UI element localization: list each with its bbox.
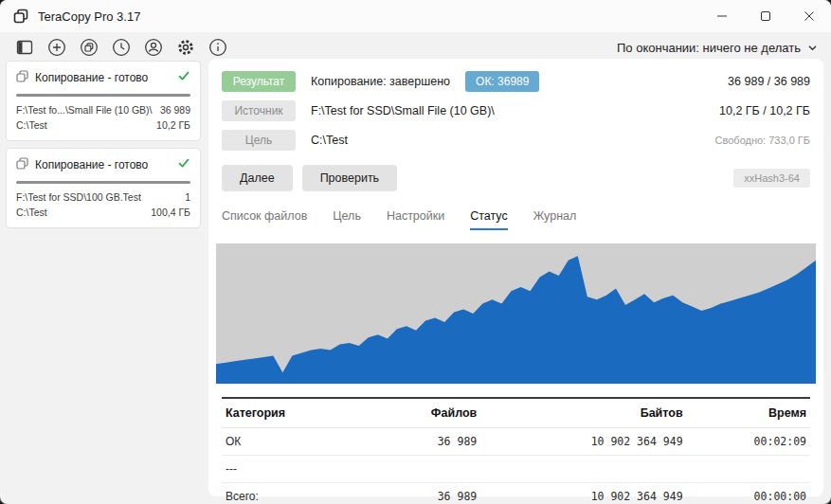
info-button[interactable] <box>205 34 231 61</box>
cell-files: 36 989 <box>357 428 480 456</box>
copy-icon <box>16 156 28 173</box>
cell-files <box>357 456 480 483</box>
col-category: Категория <box>222 398 357 428</box>
app-logo-icon <box>13 9 28 24</box>
settings-button[interactable] <box>172 34 199 61</box>
check-icon <box>177 69 190 86</box>
col-time: Время <box>687 398 810 428</box>
close-button[interactable] <box>787 0 831 32</box>
maximize-button[interactable] <box>744 0 787 32</box>
cell-time: 00:02:09 <box>687 428 810 456</box>
stats-header-row: Категория Файлов Байтов Время <box>222 398 810 428</box>
history-button[interactable] <box>108 34 135 61</box>
cell-category: --- <box>222 456 357 483</box>
cell-category: Всего: <box>222 483 357 504</box>
col-bytes: Байтов <box>480 398 686 428</box>
cell-bytes <box>480 456 686 483</box>
copy-action-button[interactable] <box>76 34 102 61</box>
tab-bar: Список файлов Цель Настройки Статус Журн… <box>222 209 810 230</box>
task-list: Копирование - готово F:\Test fo...\Small… <box>6 61 201 235</box>
chevron-down-icon <box>807 43 818 53</box>
main-panel: Результат Копирование: завершено ОК: 369… <box>208 59 823 496</box>
task-card-1[interactable]: Копирование - готово F:\Test fo...\Small… <box>6 61 201 141</box>
task-target-path: C:\Test <box>16 117 151 133</box>
history-icon <box>111 37 132 58</box>
task-size: 10,2 ГБ <box>156 117 190 133</box>
finish-action-label: По окончании: ничего не делать <box>617 41 801 55</box>
verify-button[interactable]: Проверить <box>302 165 398 191</box>
title-bar: TeraCopy Pro 3.17 <box>0 0 831 32</box>
window-title: TeraCopy Pro 3.17 <box>38 9 700 24</box>
free-space-text: Свободно: 733,0 ГБ <box>715 135 810 146</box>
tab-status[interactable]: Статус <box>470 209 508 230</box>
task-file-count: 36 989 <box>160 102 190 117</box>
bytes-ratio: 10,2 ГБ / 10,2 ГБ <box>719 104 810 117</box>
maximize-icon <box>760 10 771 22</box>
add-icon <box>46 37 67 58</box>
task-title: Копирование - готово <box>35 71 171 84</box>
add-task-button[interactable] <box>44 34 70 61</box>
tab-file-list[interactable]: Список файлов <box>222 209 307 230</box>
task-source-path: F:\Test for SSD\100 GB.Test <box>16 189 179 205</box>
tab-settings[interactable]: Настройки <box>387 209 444 230</box>
info-icon <box>208 37 228 58</box>
target-path: C:\Test <box>311 134 348 147</box>
task-source-path: F:\Test fo...\Small File (10 GB)\ <box>16 102 154 117</box>
copy-icon <box>79 37 99 58</box>
task-file-count: 1 <box>185 189 190 205</box>
cell-bytes: 10 902 364 949 <box>480 483 686 504</box>
minimize-button[interactable] <box>700 0 744 32</box>
cell-files: 36 989 <box>357 483 480 504</box>
cell-category: ОК <box>222 428 357 456</box>
target-chip[interactable]: Цель <box>222 130 296 151</box>
source-path: F:\Test for SSD\Small File (10 GB)\ <box>311 104 495 117</box>
source-chip[interactable]: Источник <box>222 100 296 121</box>
finish-action-dropdown[interactable]: По окончании: ничего не делать <box>617 41 818 55</box>
task-progressbar <box>16 94 190 97</box>
task-card-2[interactable]: Копирование - готово F:\Test for SSD\100… <box>6 148 201 228</box>
task-target-path: C:\Test <box>16 205 145 220</box>
user-icon <box>143 37 164 58</box>
task-size: 100,4 ГБ <box>151 205 190 220</box>
table-row: Всего: 36 989 10 902 364 949 00:00:00 <box>222 483 810 504</box>
tab-log[interactable]: Журнал <box>533 209 577 230</box>
task-title: Копирование - готово <box>35 158 171 171</box>
ok-count-badge[interactable]: ОК: 36989 <box>465 71 539 92</box>
copy-icon <box>16 69 28 86</box>
hash-algorithm-badge[interactable]: xxHash3-64 <box>733 169 810 188</box>
check-icon <box>177 156 190 173</box>
result-chip[interactable]: Результат <box>222 71 296 92</box>
panel-toggle-button[interactable] <box>11 34 38 61</box>
gear-icon <box>175 37 196 58</box>
tab-target[interactable]: Цель <box>333 209 361 230</box>
panel-toggle-icon <box>14 37 35 58</box>
cell-time <box>687 456 810 483</box>
cell-time: 00:00:00 <box>687 483 810 504</box>
close-icon <box>804 10 815 22</box>
next-button[interactable]: Далее <box>222 165 293 191</box>
result-status-text: Копирование: завершено <box>311 75 450 88</box>
table-row: ОК 36 989 10 902 364 949 00:02:09 <box>222 428 810 456</box>
speed-chart <box>216 243 816 384</box>
task-progressbar <box>16 181 190 184</box>
files-ratio: 36 989 / 36 989 <box>728 75 810 88</box>
app-window: TeraCopy Pro 3.17 <box>0 0 831 504</box>
col-files: Файлов <box>357 398 480 428</box>
minimize-icon <box>716 10 728 22</box>
user-button[interactable] <box>140 34 167 61</box>
table-row: --- <box>222 456 810 483</box>
cell-bytes: 10 902 364 949 <box>480 428 686 456</box>
stats-table: Категория Файлов Байтов Время ОК 36 989 … <box>222 397 810 504</box>
